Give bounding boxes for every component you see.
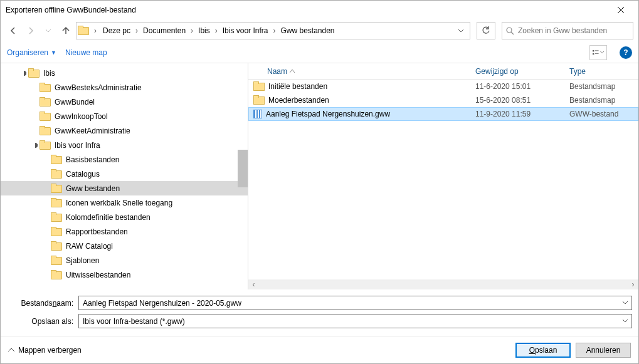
toolbar: Organiseren ▼ Nieuwe map ? [1, 42, 638, 63]
tree-item[interactable]: Rapportbestanden [1, 224, 248, 239]
tree-item-label: Ibis [43, 69, 55, 78]
file-row[interactable]: Aanleg Fietspad Nergenshuizen.gww11-9-20… [248, 107, 638, 121]
file-name: Aanleg Fietspad Nergenshuizen.gww [266, 110, 475, 118]
scroll-track[interactable] [259, 280, 628, 289]
column-modified[interactable]: Gewijzigd op [475, 67, 569, 76]
organize-menu[interactable]: Organiseren ▼ [7, 48, 56, 57]
folder-icon [253, 95, 265, 105]
tree-item[interactable]: RAW Catalogi [1, 239, 248, 253]
file-list[interactable]: Initiële bestanden11-6-2020 15:01Bestand… [248, 80, 638, 279]
folder-icon [78, 24, 90, 37]
back-button[interactable] [6, 23, 21, 38]
folder-tree[interactable]: IbisGwwBesteksAdministratieGwwBundelGwwI… [1, 63, 248, 289]
tree-item[interactable]: Ibis voor Infra [1, 138, 248, 152]
folder-icon [40, 112, 51, 122]
file-row[interactable]: Moederbestanden15-6-2020 08:51Bestandsma… [248, 93, 638, 107]
tree-item[interactable]: GwwInkoopTool [1, 109, 248, 123]
tree-item[interactable]: GwwBundel [1, 95, 248, 109]
column-name[interactable]: Naam [248, 67, 475, 76]
chevron-down-icon[interactable] [19, 71, 28, 76]
breadcrumb-item[interactable]: Documenten [140, 25, 188, 36]
view-options[interactable] [589, 45, 607, 60]
tree-item[interactable]: Kolomdefinitie bestanden [1, 210, 248, 224]
tree-item[interactable]: Sjablonen [1, 253, 248, 268]
folder-icon [40, 83, 51, 93]
folder-icon [40, 97, 51, 107]
breadcrumb-item[interactable]: Ibis voor Infra [220, 25, 271, 36]
nav-row: › Deze pc›Documenten›Ibis›Ibis voor Infr… [1, 19, 638, 42]
breadcrumb-item[interactable]: Ibis [196, 25, 213, 36]
column-headers[interactable]: Naam Gewijzigd op Type [248, 63, 638, 80]
search-box[interactable] [502, 22, 633, 39]
search-input[interactable] [518, 26, 629, 35]
help-button[interactable]: ? [620, 46, 632, 59]
scroll-left[interactable]: ‹ [248, 280, 259, 289]
up-button[interactable] [58, 23, 73, 38]
folder-icon [51, 212, 62, 222]
horizontal-scrollbar[interactable]: ‹ › [248, 279, 638, 289]
chevron-down-icon[interactable] [31, 143, 40, 148]
file-name: Moederbestanden [268, 96, 475, 105]
file-modified: 11-9-2020 11:59 [475, 110, 569, 118]
hide-folders-toggle[interactable]: Mappen verbergen [8, 346, 82, 355]
folder-icon [40, 126, 51, 136]
dialog-footer: Mappen verbergen Opslaan Annuleren [1, 336, 638, 363]
svg-point-0 [507, 28, 512, 33]
file-type: Bestandsmap [569, 82, 638, 91]
saveas-select[interactable] [83, 317, 623, 326]
dialog-title: Exporteren offline GwwBundel-bestand [6, 6, 608, 14]
scroll-right[interactable]: › [628, 280, 638, 289]
folder-icon [51, 270, 62, 280]
folder-icon [51, 227, 62, 237]
saveas-select-wrap [78, 314, 632, 328]
tree-item-label: Ibis voor Infra [55, 141, 100, 150]
tree-item-label: Catalogus [66, 170, 100, 179]
tree-item-label: Gww bestanden [66, 184, 120, 193]
chevron-right-icon: › [213, 26, 220, 35]
tree-item[interactable]: Catalogus [1, 167, 248, 181]
tree-item-label: Uitwisselbestanden [66, 271, 130, 279]
scrollbar-thumb[interactable] [238, 150, 248, 187]
tree-item-label: GwwBundel [55, 98, 95, 107]
filename-input[interactable] [83, 299, 623, 308]
title-bar: Exporteren offline GwwBundel-bestand [1, 1, 638, 19]
tree-item-label: GwwBesteksAdministratie [55, 83, 142, 92]
svg-rect-2 [593, 53, 594, 54]
save-button[interactable]: Opslaan [515, 343, 571, 358]
folder-icon [51, 169, 62, 179]
hide-folders-label: Mappen verbergen [18, 346, 82, 355]
refresh-button[interactable] [477, 22, 495, 39]
file-type: GWW-bestand [569, 110, 638, 118]
sort-asc-icon [290, 70, 295, 73]
file-row[interactable]: Initiële bestanden11-6-2020 15:01Bestand… [248, 80, 638, 93]
tree-item-label: Iconen werkbalk Snelle toegang [66, 199, 172, 207]
tree-item[interactable]: Ibis [1, 66, 248, 80]
breadcrumb-item[interactable]: Gww bestanden [278, 25, 337, 36]
file-name: Initiële bestanden [268, 82, 475, 91]
tree-item-label: Kolomdefinitie bestanden [66, 213, 151, 222]
tree-item-label: Sjablonen [66, 256, 99, 265]
tree-item[interactable]: GwwBesteksAdministratie [1, 80, 248, 95]
address-dropdown[interactable] [453, 23, 468, 38]
filename-label: Bestandsnaam: [7, 299, 78, 308]
search-icon [506, 27, 514, 35]
tree-item[interactable]: GwwKeetAdministratie [1, 123, 248, 138]
filename-dropdown[interactable] [623, 301, 628, 304]
breadcrumb-item[interactable]: Deze pc [100, 25, 133, 36]
tree-item[interactable]: Uitwisselbestanden [1, 268, 248, 282]
file-type: Bestandsmap [569, 96, 638, 105]
saveas-dropdown[interactable] [623, 320, 628, 323]
forward-button[interactable] [23, 23, 38, 38]
chevron-right-icon: › [270, 26, 278, 35]
tree-item[interactable]: Gww bestanden [1, 181, 248, 195]
tree-item[interactable]: Iconen werkbalk Snelle toegang [1, 195, 248, 210]
column-type[interactable]: Type [569, 67, 638, 76]
cancel-button[interactable]: Annuleren [576, 343, 631, 358]
chevron-up-icon [8, 348, 14, 352]
new-folder-button[interactable]: Nieuwe map [65, 48, 107, 57]
close-button[interactable] [608, 1, 633, 19]
tree-item[interactable]: Basisbestanden [1, 152, 248, 167]
folder-icon [51, 256, 62, 266]
address-bar[interactable]: › Deze pc›Documenten›Ibis›Ibis voor Infr… [76, 22, 470, 39]
recent-dropdown[interactable] [41, 23, 56, 38]
